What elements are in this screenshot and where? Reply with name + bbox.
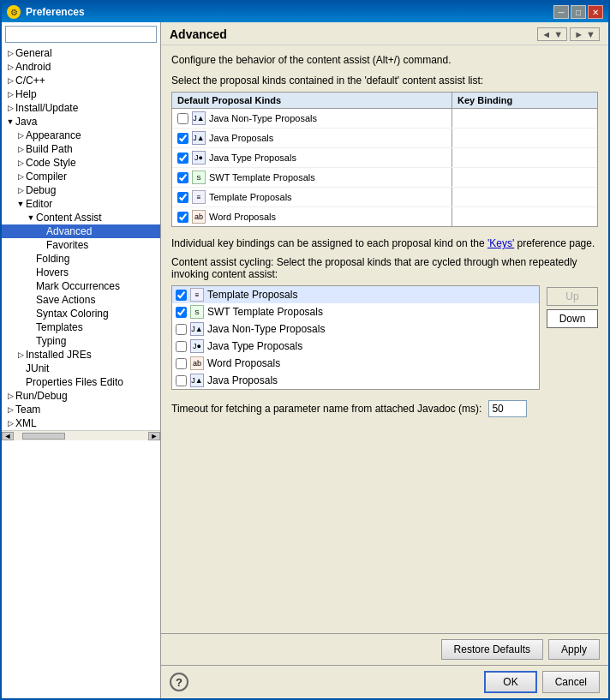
search-input[interactable]	[5, 26, 157, 43]
sidebar-item-junit[interactable]: JUnit	[2, 362, 160, 375]
cycling-row6-checkbox[interactable]	[176, 375, 187, 386]
row5-checkbox[interactable]	[177, 192, 188, 203]
cycling-row2-checkbox[interactable]	[176, 307, 187, 318]
row1-checkbox[interactable]	[177, 113, 188, 124]
ok-cancel-buttons: OK Cancel	[484, 671, 600, 693]
sidebar-item-rundebug[interactable]: ▷ Run/Debug	[2, 389, 160, 403]
cycling-row4-checkbox[interactable]	[176, 341, 187, 352]
individual-key-text2: preference page.	[514, 237, 595, 249]
scroll-thumb[interactable]	[22, 433, 65, 440]
up-button[interactable]: Up	[547, 287, 598, 306]
sidebar-item-team[interactable]: ▷ Team	[2, 403, 160, 416]
sidebar-item-favorites[interactable]: Favorites	[2, 238, 160, 252]
row3-label: Java Type Proposals	[209, 153, 296, 163]
sidebar-item-hovers[interactable]: Hovers	[2, 266, 160, 279]
sidebar-item-syntaxcoloring[interactable]: Syntax Coloring	[2, 307, 160, 320]
cycling-row: J● Java Type Proposals	[172, 338, 539, 355]
sidebar-item-debug[interactable]: ▷ Debug	[2, 183, 160, 197]
sidebar-label-general: General	[15, 47, 52, 59]
cycling-row: S SWT Template Proposals	[172, 303, 539, 320]
sidebar-label-syntaxcoloring: Syntax Coloring	[36, 308, 109, 320]
arrow-codestyle: ▷	[15, 158, 26, 168]
cycling-row: J▲ Java Non-Type Proposals	[172, 320, 539, 338]
timeout-input[interactable]	[488, 400, 527, 417]
row6-checkbox[interactable]	[177, 212, 188, 223]
down-button[interactable]: Down	[547, 309, 598, 328]
sidebar-item-install[interactable]: ▷ Install/Update	[2, 101, 160, 115]
sidebar-item-propfiles[interactable]: Properties Files Edito	[2, 375, 160, 389]
sidebar-label-typing: Typing	[36, 335, 66, 347]
arrow-advanced	[36, 226, 46, 236]
sidebar-item-advanced[interactable]: Advanced	[2, 224, 160, 238]
ok-button[interactable]: OK	[484, 671, 536, 693]
cycling-row3-checkbox[interactable]	[176, 324, 187, 335]
sidebar-label-android: Android	[15, 61, 51, 73]
sidebar-item-contentassist[interactable]: ▼ Content Assist	[2, 211, 160, 224]
right-panel: Advanced ◄ ▼ ► ▼ Configure the behavior …	[161, 22, 608, 698]
sidebar-item-compiler[interactable]: ▷ Compiler	[2, 170, 160, 183]
row3-checkbox[interactable]	[177, 153, 188, 164]
table-row: J● Java Type Proposals	[172, 148, 597, 168]
sidebar-label-folding: Folding	[36, 253, 69, 265]
sidebar-item-templates[interactable]: Templates	[2, 320, 160, 334]
sidebar-item-buildpath[interactable]: ▷ Build Path	[2, 142, 160, 156]
cycling-list: ≡ Template Proposals S SWT Template Prop…	[171, 285, 540, 390]
cycling-section: ≡ Template Proposals S SWT Template Prop…	[171, 285, 598, 390]
panel-header: Advanced ◄ ▼ ► ▼	[161, 22, 608, 45]
cycling-row5-icon: ab	[190, 356, 204, 370]
cycling-row1-checkbox[interactable]	[176, 290, 187, 301]
close-button[interactable]: ✕	[588, 5, 603, 19]
sidebar-item-editor[interactable]: ▼ Editor	[2, 197, 160, 211]
row4-checkbox[interactable]	[177, 172, 188, 183]
restore-defaults-button[interactable]: Restore Defaults	[441, 639, 543, 660]
row6-key	[452, 214, 597, 219]
sidebar-item-folding[interactable]: Folding	[2, 252, 160, 266]
sidebar-item-android[interactable]: ▷ Android	[2, 60, 160, 74]
window-icon-glyph: ⚙	[10, 8, 18, 17]
row2-icon: J▲	[192, 131, 206, 145]
nav-forward-button[interactable]: ► ▼	[570, 27, 600, 41]
sidebar-label-cpp: C/C++	[15, 75, 45, 87]
sidebar-label-advanced: Advanced	[46, 225, 92, 237]
sidebar-item-installedjres[interactable]: ▷ Installed JREs	[2, 348, 160, 362]
sidebar-item-saveactions[interactable]: Save Actions	[2, 293, 160, 307]
arrow-rundebug: ▷	[5, 391, 15, 401]
sidebar-item-cpp[interactable]: ▷ C/C++	[2, 74, 160, 87]
scroll-right-button[interactable]: ►	[148, 432, 160, 440]
sidebar-item-appearance[interactable]: ▷ Appearance	[2, 129, 160, 142]
row1-label: Java Non-Type Proposals	[209, 113, 317, 123]
help-button[interactable]: ?	[170, 673, 188, 691]
sidebar-item-help[interactable]: ▷ Help	[2, 87, 160, 101]
arrow-templates	[26, 322, 36, 332]
row2-checkbox[interactable]	[177, 133, 188, 144]
sidebar-item-codestyle[interactable]: ▷ Code Style	[2, 156, 160, 170]
col-header-kind: Default Proposal Kinds	[172, 93, 452, 108]
row2-key	[452, 135, 597, 141]
sidebar-item-typing[interactable]: Typing	[2, 334, 160, 348]
sidebar-item-markoccurrences[interactable]: Mark Occurrences	[2, 279, 160, 293]
maximize-button[interactable]: □	[571, 5, 586, 19]
keys-link[interactable]: 'Keys'	[487, 237, 514, 249]
nav-back-button[interactable]: ◄ ▼	[537, 27, 567, 41]
arrow-typing	[26, 336, 36, 346]
sidebar-item-xml[interactable]: ▷ XML	[2, 416, 160, 430]
sidebar-label-favorites: Favorites	[46, 239, 88, 251]
sidebar-label-junit: JUnit	[26, 362, 49, 374]
sidebar-label-xml: XML	[15, 417, 37, 429]
cancel-button[interactable]: Cancel	[542, 671, 600, 693]
sidebar-label-java: Java	[15, 116, 37, 128]
row3-icon: J●	[192, 151, 206, 165]
sidebar-label-team: Team	[15, 404, 40, 416]
sidebar-item-general[interactable]: ▷ General	[2, 46, 160, 60]
sidebar-label-help: Help	[15, 88, 37, 100]
apply-button[interactable]: Apply	[548, 639, 600, 660]
row3-key	[452, 155, 597, 160]
scroll-left-button[interactable]: ◄	[2, 432, 14, 440]
arrow-buildpath: ▷	[15, 144, 26, 154]
minimize-button[interactable]: ─	[553, 5, 569, 19]
cycling-row2-icon: S	[190, 305, 204, 319]
sidebar-item-java[interactable]: ▼ Java	[2, 115, 160, 129]
cycling-row5-checkbox[interactable]	[176, 358, 187, 369]
cycling-row: J▲ Java Proposals	[172, 372, 539, 389]
sidebar-scrollbar[interactable]: ◄ ►	[2, 430, 160, 440]
